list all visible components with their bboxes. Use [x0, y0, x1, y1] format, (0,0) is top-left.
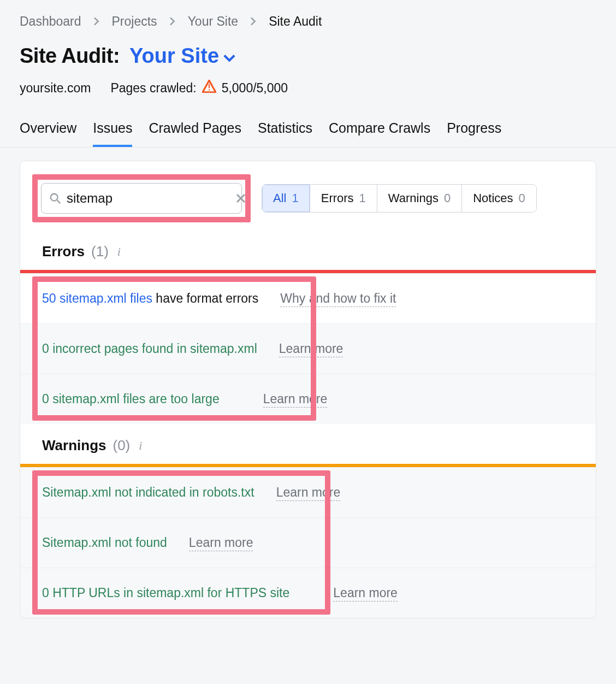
domain-label: yoursite.com — [20, 81, 91, 96]
issue-text: Sitemap.xml not indicated in robots.txt — [42, 485, 254, 500]
page-title-row: Site Audit: Your Site — [20, 44, 596, 68]
filter-count: 0 — [519, 191, 525, 205]
chevron-right-icon — [93, 14, 100, 29]
warning-triangle-icon — [202, 80, 216, 96]
warnings-rows: Sitemap.xml not indicated in robots.txt … — [20, 467, 596, 618]
issue-help: Why and how to fix it — [280, 291, 396, 306]
section-header-warnings: Warnings (0) i — [20, 424, 596, 464]
issue-text: 0 HTTP URLs in sitemap.xml for HTTPS sit… — [42, 586, 289, 600]
issue-link[interactable]: 0 HTTP URLs in sitemap.xml for HTTPS sit… — [42, 586, 289, 600]
issue-type-filter: All 1 Errors 1 Warnings 0 Notices 0 — [262, 184, 537, 213]
filter-label: Notices — [473, 191, 513, 205]
tab-progress[interactable]: Progress — [447, 120, 501, 147]
issue-text: 0 incorrect pages found in sitemap.xml — [42, 341, 257, 356]
issue-help: Learn more — [189, 535, 253, 550]
search-icon — [49, 192, 61, 204]
filter-label: Errors — [321, 191, 354, 205]
issue-help: Learn more — [276, 485, 341, 500]
svg-rect-0 — [209, 84, 210, 89]
filter-errors[interactable]: Errors 1 — [310, 185, 377, 212]
annotation-highlight — [32, 174, 251, 222]
info-icon[interactable]: i — [115, 245, 121, 259]
issue-link[interactable]: 50 sitemap.xml files — [42, 291, 152, 305]
info-icon[interactable]: i — [137, 439, 142, 453]
chevron-right-icon — [250, 14, 257, 29]
help-link[interactable]: Learn more — [263, 392, 328, 408]
filter-warnings[interactable]: Warnings 0 — [377, 185, 462, 212]
issue-row[interactable]: 50 sitemap.xml files have format errors … — [20, 273, 596, 323]
pages-crawled: Pages crawled: 5,000/5,000 — [110, 80, 288, 96]
section-header-errors: Errors (1) i — [20, 235, 596, 270]
svg-point-2 — [51, 194, 58, 201]
search-input[interactable] — [67, 191, 230, 206]
breadcrumb-link[interactable]: Projects — [112, 14, 157, 29]
breadcrumb: Dashboard Projects Your Site Site Audit — [20, 14, 596, 29]
issue-link[interactable]: Sitemap.xml not indicated in robots.txt — [42, 485, 254, 499]
errors-rows: 50 sitemap.xml files have format errors … — [20, 273, 596, 424]
help-link[interactable]: Learn more — [333, 586, 398, 602]
breadcrumb-current: Site Audit — [269, 14, 322, 29]
issue-row[interactable]: 0 sitemap.xml files are too large Learn … — [20, 374, 596, 424]
chevron-down-icon — [223, 44, 235, 68]
help-link[interactable]: Why and how to fix it — [280, 291, 396, 307]
issue-link[interactable]: 0 incorrect pages found in sitemap.xml — [42, 341, 257, 356]
section-title: Errors — [42, 243, 85, 260]
issue-text: 0 sitemap.xml files are too large — [42, 392, 220, 406]
issue-help: Learn more — [263, 392, 328, 406]
tab-overview[interactable]: Overview — [20, 120, 76, 147]
issue-suffix: have format errors — [152, 291, 258, 305]
breadcrumb-link[interactable]: Your Site — [188, 14, 239, 29]
section-title: Warnings — [42, 437, 106, 454]
tab-issues[interactable]: Issues — [93, 120, 132, 147]
filters-row: All 1 Errors 1 Warnings 0 Notices 0 — [20, 161, 596, 235]
svg-line-3 — [57, 201, 61, 204]
issues-card: All 1 Errors 1 Warnings 0 Notices 0 Erro… — [20, 161, 596, 618]
svg-rect-1 — [209, 89, 210, 90]
help-link[interactable]: Learn more — [276, 485, 341, 501]
issue-row[interactable]: Sitemap.xml not indicated in robots.txt … — [20, 467, 596, 517]
tabs: Overview Issues Crawled Pages Statistics… — [0, 120, 616, 148]
breadcrumb-link[interactable]: Dashboard — [20, 14, 81, 29]
help-link[interactable]: Learn more — [279, 341, 343, 357]
issue-help: Learn more — [333, 586, 398, 600]
search-input-wrap — [41, 183, 242, 214]
site-selector[interactable]: Your Site — [129, 44, 235, 68]
page-title: Site Audit: — [20, 44, 120, 68]
page-header: Dashboard Projects Your Site Site Audit … — [0, 0, 616, 96]
issue-text: 50 sitemap.xml files have format errors — [42, 291, 258, 306]
chevron-right-icon — [169, 14, 176, 29]
issue-link[interactable]: Sitemap.xml not found — [42, 535, 167, 550]
issue-text: Sitemap.xml not found — [42, 535, 167, 550]
issue-row[interactable]: 0 incorrect pages found in sitemap.xml L… — [20, 323, 596, 374]
filter-label: All — [273, 191, 286, 205]
filter-count: 1 — [359, 191, 366, 205]
clear-input-icon[interactable] — [235, 193, 246, 204]
issue-link[interactable]: 0 sitemap.xml files are too large — [42, 392, 220, 406]
tab-crawled-pages[interactable]: Crawled Pages — [149, 120, 241, 147]
section-count: (0) — [112, 437, 130, 454]
tab-compare-crawls[interactable]: Compare Crawls — [329, 120, 430, 147]
issue-row[interactable]: Sitemap.xml not found Learn more — [20, 517, 596, 568]
filter-count: 1 — [292, 191, 298, 205]
filter-all[interactable]: All 1 — [262, 185, 310, 212]
issue-help: Learn more — [279, 341, 343, 356]
section-count: (1) — [91, 243, 109, 260]
issue-row[interactable]: 0 HTTP URLs in sitemap.xml for HTTPS sit… — [20, 568, 596, 618]
filter-label: Warnings — [388, 191, 439, 205]
pages-crawled-value: 5,000/5,000 — [222, 81, 288, 96]
tab-statistics[interactable]: Statistics — [258, 120, 312, 147]
site-selector-label: Your Site — [129, 44, 219, 68]
page-meta: yoursite.com Pages crawled: 5,000/5,000 — [20, 80, 596, 96]
filter-notices[interactable]: Notices 0 — [462, 185, 536, 212]
help-link[interactable]: Learn more — [189, 535, 253, 551]
pages-crawled-label: Pages crawled: — [110, 81, 196, 96]
filter-count: 0 — [444, 191, 451, 205]
